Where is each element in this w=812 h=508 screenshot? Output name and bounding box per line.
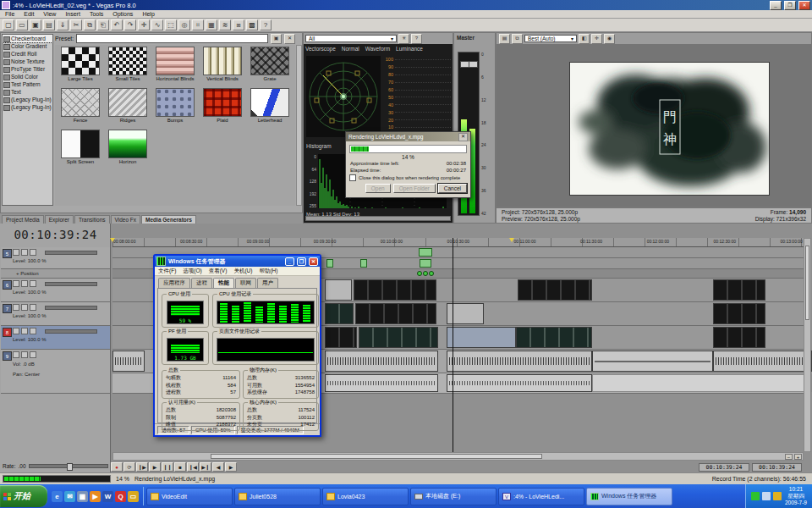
- taskmgr-minimize-button[interactable]: _: [285, 257, 294, 266]
- lock-envelopes-icon[interactable]: ▩: [246, 19, 258, 30]
- track-header-5[interactable]: 5Level: 100.0 %: [1, 247, 110, 269]
- timeline-event[interactable]: [112, 351, 145, 372]
- timeline-event[interactable]: [326, 259, 333, 268]
- preset-thumb[interactable]: Horizontal Blinds: [151, 47, 199, 82]
- taskmgr-tab[interactable]: 联网: [235, 278, 256, 288]
- open-folder-button[interactable]: Open Folder: [393, 184, 436, 193]
- bypass-motion-icon[interactable]: [13, 280, 19, 287]
- properties-icon[interactable]: ▤: [43, 19, 55, 30]
- ruler-marker-icon[interactable]: [509, 238, 514, 242]
- menu-options[interactable]: Options: [112, 11, 133, 17]
- generator-item[interactable]: Noise Texture: [3, 58, 52, 65]
- timeline-event[interactable]: [354, 279, 436, 301]
- taskbar-clock[interactable]: 10:21星期四2009-7-9: [785, 486, 807, 506]
- menu-tools[interactable]: Tools: [90, 11, 103, 17]
- bypass-motion-icon[interactable]: [13, 328, 19, 334]
- timeline-event[interactable]: [325, 351, 438, 372]
- track-fade-slider[interactable]: [45, 282, 97, 286]
- task-manager-titlebar[interactable]: Windows 任务管理器 _ ❐ ✕: [155, 256, 320, 267]
- track-header-7[interactable]: 7Level: 100.0 %: [1, 302, 110, 326]
- ignore-event-grouping-icon[interactable]: ⧈: [233, 19, 244, 30]
- copy-icon[interactable]: ⧉: [84, 19, 96, 30]
- taskbar-button[interactable]: Lovia0423: [322, 488, 409, 505]
- timeline-event[interactable]: [325, 327, 357, 348]
- folder-icon[interactable]: ▭: [128, 491, 139, 502]
- play-from-start-button[interactable]: ❙▶: [136, 462, 148, 472]
- taskmgr-menu-item[interactable]: 查看(V): [209, 268, 228, 275]
- timeline-event[interactable]: [325, 374, 438, 392]
- preset-thumb[interactable]: Horizon: [104, 130, 151, 165]
- menu-file[interactable]: File: [5, 11, 14, 17]
- mute-icon[interactable]: [21, 351, 28, 358]
- track-fade-slider[interactable]: [45, 306, 97, 310]
- playhead-cursor[interactable]: [453, 238, 453, 452]
- timeline-event[interactable]: [447, 374, 592, 392]
- undo-icon[interactable]: ↶: [111, 19, 123, 30]
- save-icon[interactable]: ▣: [30, 19, 41, 30]
- rendering-dialog-close-icon[interactable]: ✕: [458, 133, 468, 141]
- render-as-icon[interactable]: ⇓: [57, 19, 69, 30]
- grid-icon[interactable]: ▦: [206, 19, 217, 30]
- solo-icon[interactable]: [30, 328, 36, 334]
- tab-explorer[interactable]: Explorer: [45, 215, 74, 224]
- ruler-marker-icon[interactable]: [110, 238, 115, 242]
- generator-item[interactable]: Credit Roll: [3, 50, 52, 58]
- internet-explorer-icon[interactable]: e: [52, 491, 63, 502]
- taskbar-button[interactable]: 本地磁盘 (E:): [410, 488, 497, 505]
- preset-thumb[interactable]: Plaid: [199, 88, 246, 124]
- generator-item[interactable]: Color Gradient: [3, 42, 52, 50]
- timeline-event[interactable]: [419, 248, 432, 257]
- timeline-event[interactable]: [447, 351, 592, 372]
- position-keyframe-header[interactable]: + Position: [1, 269, 110, 279]
- preset-thumb[interactable]: Small Tiles: [104, 47, 151, 82]
- track-header-6[interactable]: 6Level: 100.0 %: [1, 279, 110, 302]
- generator-item[interactable]: ProType Titler: [3, 65, 52, 73]
- outlook-express-icon[interactable]: ✉: [64, 491, 75, 502]
- tab-project-media[interactable]: Project Media: [2, 215, 44, 224]
- render-progress-icon[interactable]: [751, 492, 760, 500]
- cut-icon[interactable]: ✂: [70, 19, 82, 30]
- preview-quality-dropdown[interactable]: Best (Auto): [524, 35, 577, 42]
- preset-thumb[interactable]: Grate: [246, 47, 294, 82]
- open-button[interactable]: Open: [365, 184, 391, 193]
- preset-thumb[interactable]: Bumps: [151, 88, 199, 124]
- scope-mode-label[interactable]: Normal: [342, 46, 359, 52]
- selection-start-timecode[interactable]: 00:10:39:24: [699, 463, 749, 472]
- tab-media-generators[interactable]: Media Generators: [141, 215, 196, 224]
- timeline-event[interactable]: [518, 279, 592, 301]
- next-frame-button[interactable]: ▶: [225, 462, 237, 472]
- zoom-in-icon[interactable]: +: [794, 454, 802, 460]
- scope-settings-icon[interactable]: ✳: [398, 34, 409, 44]
- taskmgr-maximize-button[interactable]: ❐: [297, 257, 306, 266]
- timeline-event[interactable]: [417, 270, 434, 277]
- timeline-horizontal-scrollbar[interactable]: − +: [112, 452, 804, 461]
- timeline-event[interactable]: [359, 327, 438, 348]
- timeline-event[interactable]: [447, 327, 516, 348]
- close-when-complete-checkbox[interactable]: Close this dialog box when rendering com…: [346, 174, 470, 182]
- whats-this-help-icon[interactable]: ?: [260, 19, 272, 30]
- timeline-event[interactable]: [592, 374, 812, 392]
- timeline-event[interactable]: [713, 351, 812, 372]
- mute-icon[interactable]: [21, 328, 28, 334]
- preset-thumb[interactable]: Vertical Blinds: [199, 47, 246, 82]
- generator-item[interactable]: Text: [3, 88, 52, 96]
- grab-frame-icon[interactable]: ◉: [604, 34, 615, 44]
- timeline-event[interactable]: [713, 303, 765, 324]
- taskmgr-menu-item[interactable]: 选项(O): [183, 268, 201, 275]
- rate-slider[interactable]: [29, 464, 108, 468]
- taskmgr-tab[interactable]: 应用程序: [158, 278, 190, 288]
- loop-playback-button[interactable]: ⟳: [123, 462, 135, 472]
- tab-video-fx[interactable]: Video Fx: [111, 215, 141, 224]
- go-to-end-button[interactable]: ▶❙: [200, 462, 211, 472]
- scope-help-icon[interactable]: ?: [411, 34, 422, 44]
- mute-icon[interactable]: [21, 304, 28, 311]
- timeline-vertical-scrollbar[interactable]: [804, 238, 811, 452]
- generator-item[interactable]: Solid Color: [3, 73, 52, 80]
- bypass-motion-icon[interactable]: [13, 304, 19, 311]
- pause-button[interactable]: ❙❙: [162, 462, 173, 472]
- solo-icon[interactable]: [30, 304, 36, 311]
- mute-icon[interactable]: [21, 249, 28, 256]
- scope-select-dropdown[interactable]: All: [305, 35, 397, 42]
- tab-transitions[interactable]: Transitions: [74, 215, 110, 224]
- word-icon[interactable]: W: [102, 491, 113, 502]
